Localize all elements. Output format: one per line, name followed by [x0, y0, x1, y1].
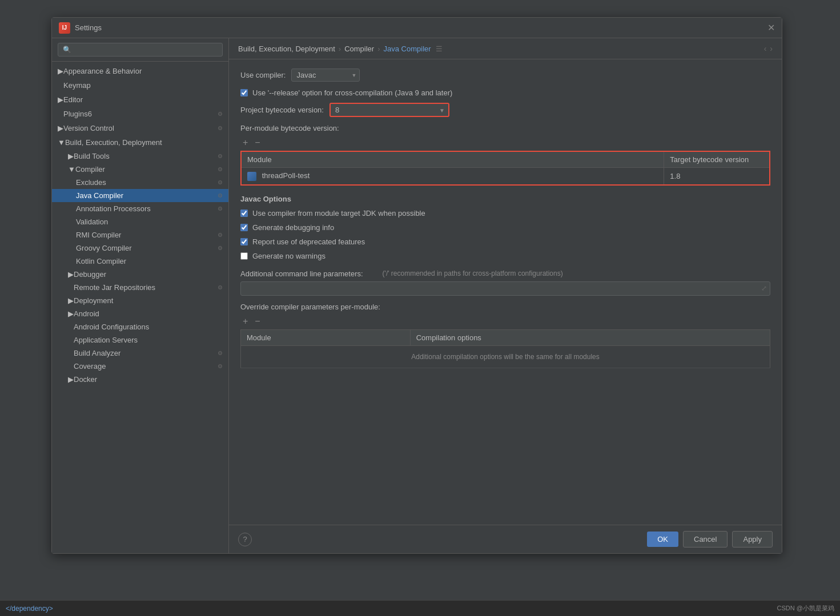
override-hint-cell: Additional compilation options will be t… — [241, 345, 770, 368]
bytecode-select[interactable]: 8 — [329, 103, 449, 117]
remove-override-button[interactable]: − — [252, 316, 262, 327]
settings-icon: ⚙ — [218, 245, 223, 251]
sidebar-item-label: Validation — [76, 218, 108, 226]
breadcrumb-part1: Build, Execution, Deployment — [238, 45, 335, 53]
sidebar-item-label: Annotation Processors — [76, 204, 151, 213]
sidebar-item-java-compiler[interactable]: Java Compiler ⚙ — [52, 189, 228, 202]
javac-options-title: Javac Options — [240, 195, 770, 203]
javac-option-checkbox-1[interactable] — [240, 224, 248, 231]
sidebar-item-editor[interactable]: ▶ Editor — [52, 92, 228, 107]
sidebar-item-docker[interactable]: ▶ Docker — [52, 373, 228, 386]
sidebar-item-appearance[interactable]: ▶ Appearance & Behavior — [52, 64, 228, 78]
main-content: Build, Execution, Deployment › Compiler … — [229, 38, 782, 553]
cancel-button[interactable]: Cancel — [683, 531, 728, 547]
javac-option-checkbox-0[interactable] — [240, 210, 248, 217]
sidebar-item-groovy-compiler[interactable]: Groovy Compiler ⚙ — [52, 241, 228, 255]
sidebar-item-label: Deployment — [74, 296, 113, 305]
sidebar-item-build-tools[interactable]: ▶ Build Tools ⚙ — [52, 150, 228, 163]
javac-options: Use compiler from module target JDK when… — [240, 209, 770, 260]
close-button[interactable]: ✕ — [767, 23, 775, 33]
javac-option-checkbox-2[interactable] — [240, 238, 248, 245]
javac-option-label-3[interactable]: Generate no warnings — [252, 252, 325, 260]
search-input[interactable] — [58, 43, 223, 57]
override-hint-row: Additional compilation options will be t… — [241, 345, 770, 368]
sidebar-item-deployment[interactable]: ▶ Deployment — [52, 294, 228, 307]
sidebar-item-plugins[interactable]: ▶ Plugins 6 ⚙ — [52, 107, 228, 121]
javac-option-label-1[interactable]: Generate debugging info — [252, 223, 334, 232]
add-module-button[interactable]: + — [240, 137, 250, 148]
javac-option-label-2[interactable]: Report use of deprecated features — [252, 237, 365, 246]
module-name: threadPoll-test — [262, 171, 310, 180]
remove-module-button[interactable]: − — [252, 137, 262, 148]
bytecode-version-row: Project bytecode version: 8 — [240, 103, 770, 117]
sidebar-item-label: Compiler — [75, 165, 105, 174]
javac-option-label-0[interactable]: Use compiler from module target JDK when… — [252, 209, 425, 218]
sidebar-item-kotlin-compiler[interactable]: Kotlin Compiler — [52, 255, 228, 268]
arrow-icon: ▶ — [58, 95, 63, 104]
compiler-select-wrapper: Javac — [291, 69, 360, 82]
app-icon: IJ — [59, 22, 70, 34]
module-column-header: Module — [241, 151, 664, 168]
sidebar-item-label: RMI Compiler — [76, 231, 121, 239]
ok-button[interactable]: OK — [647, 532, 678, 547]
additional-params-header: Additional command line parameters: ('/'… — [240, 269, 770, 278]
add-override-button[interactable]: + — [240, 316, 250, 327]
sidebar-item-label: Appearance & Behavior — [63, 67, 142, 75]
sidebar-item-android[interactable]: ▶ Android — [52, 307, 228, 320]
settings-icon: ⚙ — [218, 111, 223, 117]
settings-icon: ⚙ — [218, 192, 223, 199]
sidebar-item-version-control[interactable]: ▶ Version Control ⚙ — [52, 121, 228, 135]
additional-params-label: Additional command line parameters: — [240, 269, 363, 278]
sidebar-item-excludes[interactable]: Excludes ⚙ — [52, 176, 228, 189]
settings-icon: ⚙ — [218, 166, 223, 172]
watermark: CSDN @小凯是菜鸡 — [777, 604, 834, 613]
sidebar-item-annotation-processors[interactable]: Annotation Processors ⚙ — [52, 202, 228, 215]
sidebar-item-label: Java Compiler — [76, 191, 123, 200]
help-button[interactable]: ? — [238, 533, 252, 546]
sidebar-item-debugger[interactable]: ▶ Debugger — [52, 268, 228, 281]
arrow-icon: ▶ — [68, 152, 74, 160]
breadcrumb-current: Java Compiler — [384, 45, 431, 53]
settings-icon: ⚙ — [218, 125, 223, 131]
sidebar-item-label: Build, Execution, Deployment — [65, 138, 162, 147]
sidebar-item-keymap[interactable]: ▶ Keymap — [52, 78, 228, 92]
override-params-label: Override compiler parameters per-module: — [240, 303, 770, 311]
plugins-badge: 6 — [88, 110, 92, 118]
release-option-row: Use '--release' option for cross-compila… — [240, 88, 770, 97]
breadcrumb-part2: Compiler — [344, 45, 374, 53]
javac-option-checkbox-3[interactable] — [240, 252, 248, 260]
sidebar-item-rmi-compiler[interactable]: RMI Compiler ⚙ — [52, 228, 228, 241]
override-compilation-header: Compilation options — [410, 329, 770, 345]
window-body: ▶ Appearance & Behavior ▶ Keymap ▶ Edito… — [52, 38, 782, 553]
sidebar-item-build-execution[interactable]: ▼ Build, Execution, Deployment — [52, 135, 228, 150]
sidebar-item-label: Docker — [74, 375, 97, 384]
nav-back-button[interactable]: ‹ — [764, 44, 767, 53]
bytecode-select-wrapper: 8 — [329, 103, 449, 117]
arrow-icon: ▶ — [58, 67, 63, 75]
sidebar-item-label: Excludes — [76, 178, 106, 187]
sidebar-item-build-analyzer[interactable]: ▶ Build Analyzer ⚙ — [52, 347, 228, 360]
sidebar-item-validation[interactable]: Validation — [52, 215, 228, 228]
settings-icon: ⚙ — [218, 350, 223, 356]
additional-params-input[interactable] — [240, 281, 770, 296]
help-label: ? — [243, 535, 247, 543]
sidebar-item-app-servers[interactable]: ▶ Application Servers — [52, 333, 228, 347]
breadcrumb-separator: › — [339, 45, 341, 53]
compiler-select[interactable]: Javac — [291, 69, 360, 82]
expand-icon: ⤢ — [761, 284, 767, 292]
release-option-checkbox[interactable] — [240, 89, 248, 96]
bottom-bar-text: </dependency> — [6, 605, 53, 613]
settings-icon: ⚙ — [218, 206, 223, 212]
breadcrumb-menu-icon[interactable]: ☰ — [436, 45, 443, 53]
release-option-label[interactable]: Use '--release' option for cross-compila… — [252, 88, 452, 97]
use-compiler-label: Use compiler: — [240, 71, 286, 79]
javac-option-row-3: Generate no warnings — [240, 252, 770, 260]
sidebar-item-label: Android — [74, 309, 99, 318]
sidebar-item-coverage[interactable]: ▶ Coverage ⚙ — [52, 360, 228, 373]
sidebar-item-label: Kotlin Compiler — [76, 257, 126, 265]
sidebar-item-android-config[interactable]: ▶ Android Configurations — [52, 320, 228, 333]
apply-button[interactable]: Apply — [732, 531, 773, 547]
sidebar-item-remote-jar[interactable]: ▶ Remote Jar Repositories ⚙ — [52, 281, 228, 294]
sidebar-item-compiler[interactable]: ▼ Compiler ⚙ — [52, 163, 228, 176]
nav-forward-button[interactable]: › — [770, 44, 773, 53]
